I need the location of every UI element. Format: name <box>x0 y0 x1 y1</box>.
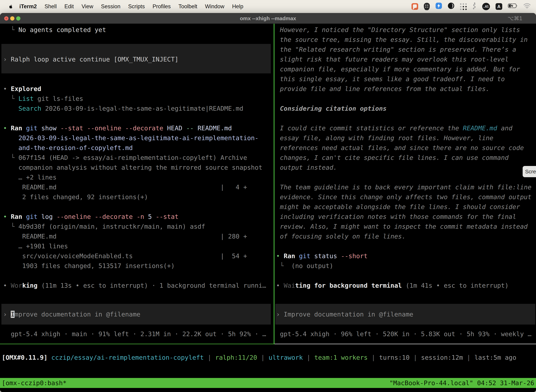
text-run: └ <box>3 95 19 102</box>
text-run: --oneline --decorate -n <box>57 213 144 220</box>
dots-grid-icon[interactable] <box>460 3 466 10</box>
terminal-text-line: • Ran git status --short <box>276 251 368 261</box>
wifi-icon[interactable] <box>523 3 531 10</box>
terminal-text-line: this single essay, it seems like a good … <box>276 74 505 84</box>
omx-status-segment: | <box>303 354 314 361</box>
text-run: Improve documentation in @filename <box>284 311 413 318</box>
text-run: gpt-5.4 xhigh · main · 91% left · 2.31M … <box>3 330 266 338</box>
terminal-text-line: the "Related research writing" section i… <box>276 45 516 54</box>
crescent-circle-icon[interactable] <box>448 2 455 10</box>
omx-status-segment: | <box>257 354 268 361</box>
text-run: provide file and line references from th… <box>276 85 490 92</box>
screen-overlay-chip[interactable]: Scre <box>523 166 536 177</box>
text-run: 1903 files changed, 513517 insertions(+) <box>3 262 175 269</box>
menu-item-scripts[interactable]: Scripts <box>128 3 145 10</box>
window-shortcut-badge: ⌥⌘1 <box>507 13 522 24</box>
text-run: • <box>3 85 11 92</box>
left-model-status: gpt-5.4 xhigh · main · 91% left · 2.31M … <box>3 329 266 339</box>
iterm-window: omx --xhigh --madmax ⌥⌘1 └ No agents com… <box>0 13 536 392</box>
omx-status-bar: [OMX#0.11.9] cczip/essay/ai-reimplementa… <box>2 353 516 363</box>
terminal-text-line: I could cite commit statistics or refere… <box>276 123 512 133</box>
title-bar[interactable]: omx --xhigh --madmax ⌥⌘1 <box>0 13 536 24</box>
omx-status-segment: | <box>410 354 421 361</box>
blue-bolt-badge-icon[interactable] <box>436 2 442 10</box>
battery-icon[interactable] <box>508 3 518 10</box>
terminal-text-line: review. Also, I might want to inspect th… <box>276 222 527 232</box>
text-run: README.md | 280 + <box>3 233 247 240</box>
text-run: 2026-03-09-is-legal-the-same-as-legitima… <box>41 105 243 112</box>
right-waiting-status: • Waiting for background terminal (1m 41… <box>276 281 509 290</box>
terminal-text-line: slight risk that future readers may over… <box>276 54 509 64</box>
text-run: HEAD <box>163 125 186 132</box>
terminal-text-line: • Ran git show --stat --oneline --decora… <box>3 123 232 133</box>
screen: { "menu_bar": { "items": ["iTerm2","Shel… <box>0 0 536 392</box>
text-run: No agents completed yet <box>19 26 106 33</box>
menu-status-icons: ..61 A <box>412 2 531 11</box>
text-run: 2026-03-09-is-legal-the-same-as-legitima… <box>3 134 258 142</box>
menu-item-help[interactable]: Help <box>232 3 243 10</box>
omx-status-segment: ralph:11/20 <box>215 354 257 361</box>
menu-item-shell[interactable]: Shell <box>44 3 57 10</box>
apple-menu-icon[interactable] <box>8 3 13 10</box>
text-run: and-the-erosion-of-copyleft.md <box>3 144 133 151</box>
terminal-text-line: evidence. Since this change only affects… <box>276 192 531 202</box>
terminal-text-line: the source tree, missing the essay. Stil… <box>276 35 527 45</box>
left-working-status: • Working (11m 13s • esc to interrupt) ·… <box>3 281 266 290</box>
text-run: … +2 lines <box>3 174 57 181</box>
pane-divider[interactable] <box>274 24 274 344</box>
text-run: › <box>276 311 284 318</box>
text-run: However, I noticed the "Directory Struct… <box>276 26 520 33</box>
omx-status-segment: [OMX#0.11.9] <box>2 354 48 361</box>
text-run: └ <box>3 223 19 230</box>
right-pane-bottom-border <box>274 344 536 344</box>
shield-keypad-icon[interactable] <box>424 3 430 10</box>
text-run: README.md <box>194 125 232 132</box>
text-run: gpt-5.4 xhigh · 96% left · 520K in · 5.8… <box>276 330 531 338</box>
text-run: Considering citation options <box>276 105 387 112</box>
text-run <box>3 105 19 112</box>
omx-status-segment: last:5m ago <box>474 354 516 361</box>
a-badge-icon[interactable]: A <box>496 3 502 10</box>
terminal-text-line: README.md | 280 + <box>3 232 247 241</box>
screenshot-app-inner <box>413 5 417 8</box>
text-run: status <box>310 252 341 260</box>
text-run: › <box>3 56 11 63</box>
squiggle-figure-icon[interactable] <box>472 2 477 11</box>
menu-item-edit[interactable]: Edit <box>64 3 74 10</box>
omx-status-segment <box>48 354 51 361</box>
text-run: 067f154 (HEAD -> essay/ai-reimplementati… <box>19 154 247 161</box>
terminal-text-line: companion file, especially if more comme… <box>276 64 520 74</box>
menu-item-iterm2[interactable]: iTerm2 <box>19 3 37 10</box>
right-model-status: gpt-5.4 xhigh · 96% left · 520K in · 5.8… <box>276 329 531 339</box>
text-run: 4b9d30f (origin/main, instructkr/main, m… <box>19 223 205 230</box>
text-run: review. Also, I might want to inspect th… <box>276 223 527 230</box>
text-run: the source tree, missing the essay. Stil… <box>276 36 527 43</box>
text-run: 2 files changed, 92 insertions(+) <box>3 193 148 201</box>
text-run: ting for background terminal <box>295 282 402 289</box>
terminal-text-line: references need actual files, and since … <box>276 143 524 153</box>
text-run: git <box>299 252 310 260</box>
terminal-text-line: • Explored <box>3 84 41 94</box>
text-run: companion analysis without altering the … <box>3 164 262 171</box>
menu-item-view[interactable]: View <box>81 3 93 10</box>
text-run: references need actual files, and since … <box>276 144 524 151</box>
menu-item-profiles[interactable]: Profiles <box>153 3 171 10</box>
terminal-text-line: However, I noticed the "Directory Struct… <box>276 25 520 35</box>
omx-status-segment: session:12m <box>421 354 463 361</box>
terminal-text-line: • Ran git log --oneline --decorate -n 5 … <box>3 212 178 222</box>
ralph-loop-line: › Ralph loop active continue [OMX_TMUX_I… <box>3 54 178 64</box>
menu-item-toolbelt[interactable]: Toolbelt <box>178 3 197 10</box>
count-badge-icon[interactable]: ..61 <box>482 3 490 10</box>
screenshot-app-icon[interactable] <box>412 3 418 10</box>
menu-item-window[interactable]: Window <box>205 3 224 10</box>
terminal-text-line: essay file, along with finding root file… <box>276 133 493 143</box>
menu-item-session[interactable]: Session <box>101 3 120 10</box>
text-run: --stat --oneline --decorate <box>60 125 163 132</box>
text-run: git <box>26 125 38 132</box>
text-run: might be acceptable alongside the file l… <box>276 203 520 210</box>
text-run: changes, I can't cite specific file line… <box>276 154 509 161</box>
thinking-heading: Considering citation options <box>276 104 387 113</box>
text-run: and <box>497 125 512 132</box>
menu-items: iTerm2 Shell Edit View Session Scripts P… <box>19 3 243 10</box>
left-input-line: › Improve documentation in @filename <box>3 309 140 319</box>
